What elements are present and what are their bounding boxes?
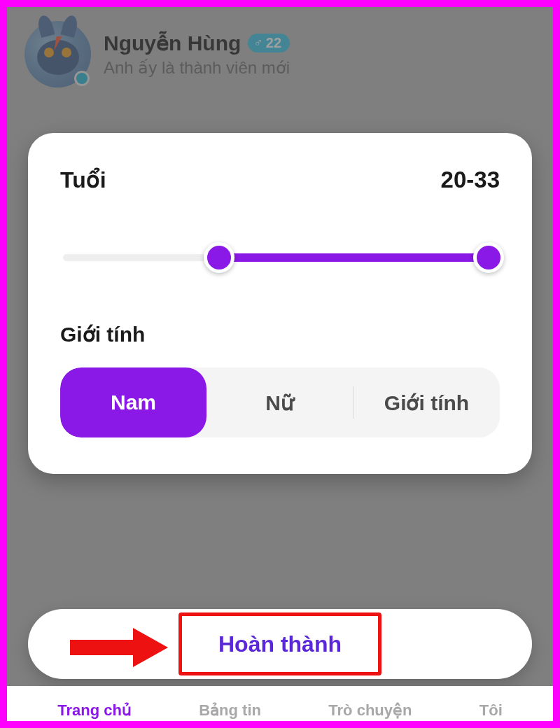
age-range-slider[interactable] xyxy=(63,242,497,273)
gender-option-other[interactable]: Giới tính xyxy=(354,368,500,438)
gender-segmented: Nam Nữ Giới tính xyxy=(60,368,500,438)
gender-option-female[interactable]: Nữ xyxy=(206,368,353,438)
app-frame: Nguyễn Hùng ♂ 22 Anh ấy là thành viên mớ… xyxy=(7,7,553,721)
age-range-value: 20-33 xyxy=(441,167,500,193)
nav-feed[interactable]: Bảng tin xyxy=(199,701,261,721)
gender-option-male-label: Nam xyxy=(111,391,156,414)
gender-option-female-label: Nữ xyxy=(265,391,294,415)
gender-option-other-label: Giới tính xyxy=(384,391,469,415)
gender-option-male[interactable]: Nam xyxy=(60,368,206,438)
age-label: Tuổi xyxy=(60,167,106,193)
done-button-label: Hoàn thành xyxy=(218,631,342,657)
slider-fill xyxy=(211,253,489,262)
slider-handle-min[interactable] xyxy=(204,242,234,273)
done-button[interactable]: Hoàn thành xyxy=(28,609,532,679)
nav-chat[interactable]: Trò chuyện xyxy=(328,701,412,721)
nav-me[interactable]: Tôi xyxy=(479,701,503,721)
nav-home[interactable]: Trang chủ xyxy=(57,701,132,721)
slider-handle-max[interactable] xyxy=(473,242,504,273)
bottom-nav: Trang chủ Bảng tin Trò chuyện Tôi xyxy=(7,686,553,721)
filter-card: Tuổi 20-33 Giới tính Nam Nữ Giới tính xyxy=(28,133,532,474)
gender-label: Giới tính xyxy=(60,322,500,346)
